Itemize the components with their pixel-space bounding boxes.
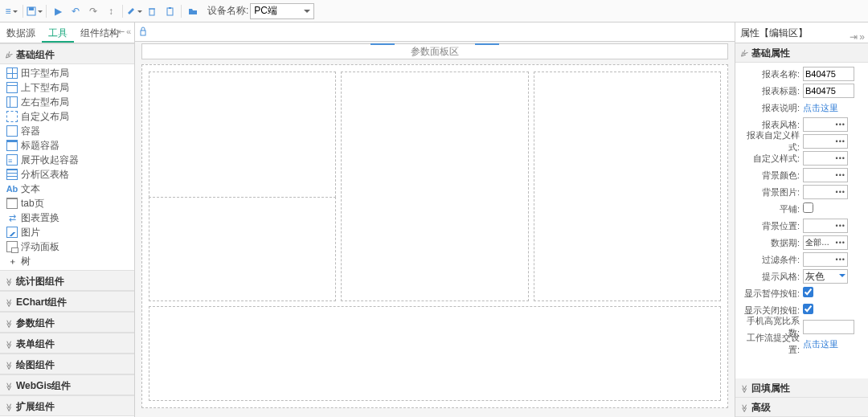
tab-icon [6, 198, 18, 209]
label-custom-css: 自定义样式: [740, 153, 803, 165]
component-item-img[interactable]: 图片 [0, 225, 134, 239]
picker-data-period[interactable]: 全部数据期 [803, 235, 848, 250]
panel-pin[interactable]: ⇥» [850, 27, 865, 47]
picker-custom-style[interactable] [803, 134, 848, 149]
group-6[interactable]: WebGis组件 [0, 374, 134, 395]
link-workflow[interactable]: 点击这里 [803, 339, 838, 349]
layout-grid[interactable] [141, 64, 728, 408]
group-2[interactable]: EChart组件 [0, 291, 134, 312]
component-item-dash[interactable]: 自定义布局 [0, 109, 134, 124]
checkbox-show-pause[interactable] [803, 287, 813, 297]
label-workflow: 工作流提交设置: [740, 332, 803, 356]
item-label: 左右型布局 [21, 95, 69, 109]
component-item-table[interactable]: 分析区表格 [0, 167, 134, 182]
picker-filter[interactable] [803, 252, 848, 267]
section-basic[interactable]: 基础属性 [735, 43, 868, 63]
input-aspect[interactable] [803, 320, 854, 334]
param-panel-bar[interactable]: 参数面板区 [141, 43, 728, 59]
swap-icon: ⇄ [6, 212, 18, 223]
tab-tools[interactable]: 工具 [42, 22, 74, 43]
left-tabs: 数据源 工具 组件结构 ⇤« [0, 22, 134, 43]
component-item-lr[interactable]: 左右型布局 [0, 95, 134, 109]
label-bg-image: 背景图片: [740, 186, 803, 198]
preview-button[interactable]: ▶ [50, 3, 66, 19]
top-toolbar: ≡ ▶ ↶ ↷ ↕ 设备名称: PC端 [0, 0, 868, 22]
svg-rect-4 [167, 8, 173, 15]
redo-button[interactable]: ↷ [85, 3, 101, 19]
svg-rect-6 [141, 31, 145, 35]
group-7[interactable]: 扩展组件 [0, 395, 134, 416]
input-report-name[interactable] [803, 67, 854, 81]
component-item-swap[interactable]: ⇄图表置换 [0, 211, 134, 225]
refresh-button[interactable]: ↕ [103, 3, 119, 19]
input-report-title[interactable] [803, 84, 854, 98]
label-report-title: 报表标题: [740, 85, 803, 97]
item-label: 展开收起容器 [21, 153, 79, 167]
picker-bg-pos[interactable] [803, 219, 848, 233]
picker-custom-css[interactable] [803, 151, 848, 166]
label-report-name: 报表名称: [740, 68, 803, 80]
lock-icon[interactable] [138, 27, 149, 38]
layout-cell[interactable] [149, 306, 721, 401]
grid-icon [6, 67, 18, 79]
close-icon: « [126, 27, 131, 37]
tab-datasource[interactable]: 数据源 [0, 22, 42, 43]
component-item-top[interactable]: 上下型布局 [0, 80, 134, 95]
component-item-expand[interactable]: 展开收起容器 [0, 153, 134, 167]
dash-icon [6, 111, 18, 122]
component-item-title[interactable]: 标题容器 [0, 138, 134, 153]
label-filter: 过滤条件: [740, 254, 803, 266]
item-label: 树 [21, 254, 31, 268]
undo-button[interactable]: ↶ [68, 3, 84, 19]
item-label: 文本 [21, 182, 40, 196]
layout-cell[interactable] [341, 72, 528, 301]
item-label: 图表置换 [21, 211, 59, 225]
checkbox-tile[interactable] [803, 202, 813, 213]
group-3[interactable]: 参数组件 [0, 312, 134, 333]
component-item-rect[interactable]: 容器 [0, 124, 134, 138]
layout-cell[interactable] [534, 72, 721, 301]
label-custom-style: 报表自定义样式: [740, 129, 803, 153]
picker-bg-color[interactable] [803, 168, 848, 182]
component-item-float[interactable]: 浮动面板 [0, 239, 134, 254]
group-4[interactable]: 表单组件 [0, 333, 134, 354]
item-label: 上下型布局 [21, 80, 69, 95]
component-item-grid[interactable]: 田字型布局 [0, 66, 134, 80]
select-tip-style[interactable]: 灰色 [803, 269, 848, 284]
component-item-ab[interactable]: Ab文本 [0, 182, 134, 196]
link-report-desc[interactable]: 点击这里 [803, 103, 838, 112]
float-icon [6, 241, 18, 252]
picker-report-style[interactable] [803, 117, 848, 132]
checkbox-show-close[interactable] [803, 304, 813, 314]
device-select[interactable]: PC端 [250, 3, 314, 19]
group-5[interactable]: 绘图组件 [0, 354, 134, 374]
section-advanced[interactable]: 高级 [735, 398, 868, 417]
layout-cell[interactable] [149, 197, 336, 301]
paint-button[interactable] [126, 3, 142, 19]
save-button[interactable] [27, 3, 43, 19]
delete-button[interactable] [144, 3, 160, 19]
ab-icon: Ab [6, 183, 18, 194]
table-icon [6, 169, 18, 180]
svg-rect-2 [149, 9, 154, 15]
folder-button[interactable] [185, 3, 201, 19]
label-tip-style: 提示风格: [740, 271, 803, 283]
paste-button[interactable] [162, 3, 178, 19]
section-feedback[interactable]: 回填属性 [735, 378, 868, 398]
properties-title: 属性【编辑区】 ⇥» [735, 22, 868, 43]
component-item-tab[interactable]: tab页 [0, 196, 134, 211]
canvas-scroll[interactable]: 参数面板区 [135, 42, 735, 417]
label-bg-pos: 背景位置: [740, 220, 803, 232]
picker-bg-image[interactable] [803, 185, 848, 199]
canvas-header [135, 22, 735, 42]
panel-pin[interactable]: ⇤« [117, 27, 131, 37]
group-1[interactable]: 统计图组件 [0, 270, 134, 291]
save-icon [27, 6, 36, 16]
svg-rect-1 [29, 7, 34, 10]
collapse-icon: ⇥ [850, 27, 858, 47]
separator [46, 5, 47, 18]
device-label: 设备名称: [207, 4, 248, 18]
component-item-tree[interactable]: ᚐ树 [0, 254, 134, 268]
group-0[interactable]: 基础组件 [0, 43, 134, 64]
menu-button[interactable]: ≡ [3, 3, 19, 19]
